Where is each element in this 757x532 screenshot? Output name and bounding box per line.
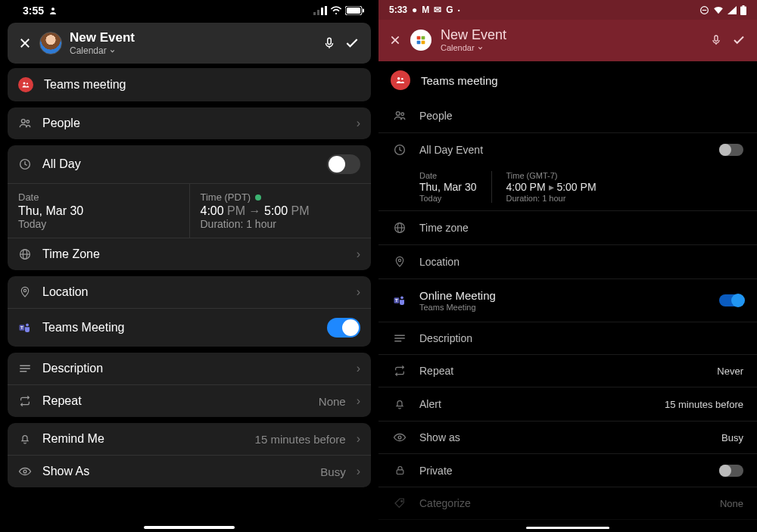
signal-icon [727,6,737,14]
tag-icon [392,497,407,509]
svg-point-17 [23,289,26,291]
timezone-row[interactable]: Time Zone › [8,238,371,270]
ios-header: New Event Calendar [8,23,371,64]
location-pin-icon [392,255,407,269]
people-icon [392,109,407,123]
repeat-icon [392,365,407,377]
svg-point-11 [26,82,28,84]
svg-point-43 [401,500,403,502]
svg-rect-3 [321,8,323,15]
svg-point-37 [398,259,400,261]
date-picker[interactable]: Date Thu, Mar 30 Today [419,171,476,203]
clock-icon [18,157,32,171]
date-picker[interactable]: Date Thu, Mar 30 Today [8,184,189,238]
close-icon[interactable] [389,34,401,46]
header-title: New Event [441,27,701,43]
location-row[interactable]: Location [378,245,757,279]
private-row: Private [378,454,757,487]
show-as-row[interactable]: Show As Busy › [8,455,371,487]
svg-point-13 [26,120,30,123]
location-row[interactable]: Location › [8,276,371,308]
dot-icon: ● [412,5,417,15]
avatar[interactable] [39,32,62,54]
chevron-right-icon: › [357,362,360,375]
description-icon [18,363,32,374]
chevron-right-icon: › [357,465,360,478]
all-day-toggle[interactable] [719,144,743,156]
svg-point-21 [23,470,26,473]
svg-point-41 [398,436,401,439]
timezone-row[interactable]: Time zone [378,211,757,245]
teams-meeting-button[interactable]: Teams meeting [8,68,371,101]
svg-rect-42 [397,470,403,474]
svg-rect-23 [740,6,746,15]
all-day-toggle[interactable] [327,154,360,174]
chevron-down-icon [109,48,116,54]
description-row[interactable]: Description › [8,353,371,384]
message-icon: ✉ [434,5,441,15]
teams-meeting-button[interactable]: Teams meeting [378,61,757,99]
bell-icon [392,397,407,411]
repeat-row[interactable]: Repeat None › [8,384,371,417]
svg-rect-8 [363,9,364,13]
svg-rect-4 [325,6,327,15]
checkmark-icon[interactable] [731,33,746,47]
chevron-down-icon [477,45,484,51]
svg-text:T: T [395,298,398,303]
teams-meeting-toggle[interactable] [327,318,360,338]
ms-teams-icon: T [18,321,32,334]
chevron-right-icon: › [357,285,360,299]
home-indicator[interactable] [144,526,235,529]
alert-row[interactable]: Alert 15 minutes before [378,387,757,422]
ios-statusbar: 3:55 [0,0,378,18]
office-app-icon[interactable] [410,30,431,51]
eye-icon [18,466,32,477]
ms-teams-icon: T [392,294,407,307]
svg-point-5 [335,13,337,14]
dnd-icon [699,5,709,15]
time-picker[interactable]: Time (GMT-7) 4:00 PM ▸ 5:00 PM Duration:… [491,171,596,203]
description-row[interactable]: Description [378,322,757,355]
globe-icon [392,221,407,235]
person-icon [48,6,58,15]
svg-point-10 [23,82,26,85]
svg-rect-27 [417,40,421,44]
checkmark-icon[interactable] [344,36,360,51]
svg-point-0 [51,8,55,11]
signal-icon [313,6,327,15]
online-meeting-row: T Online Meeting Teams Meeting [378,279,757,322]
mic-icon[interactable] [322,36,336,51]
all-day-row[interactable]: All Day Event [378,133,757,166]
calendar-selector[interactable]: Calendar [441,43,701,52]
svg-point-32 [396,112,400,116]
all-day-row[interactable]: All Day [8,145,371,183]
online-meeting-toggle[interactable] [719,294,743,306]
android-header: New Event Calendar [378,20,757,61]
timezone-status-icon [255,194,261,201]
repeat-row[interactable]: Repeat Never [378,355,757,387]
svg-text:T: T [20,325,23,330]
time-picker[interactable]: Time (PDT) 4:00 PM → 5:00 PM Duration: 1… [189,184,372,238]
gmail-icon: M [422,5,429,15]
eye-icon [392,432,407,443]
more-dot-icon: • [458,7,460,14]
svg-rect-24 [743,5,745,7]
categorize-row[interactable]: Categorize None [378,487,757,520]
mic-icon[interactable] [710,33,722,47]
private-toggle[interactable] [719,465,743,477]
people-row[interactable]: People [378,99,757,133]
home-indicator[interactable] [526,527,609,529]
svg-point-31 [401,78,403,80]
people-row[interactable]: People › [8,107,371,139]
lock-icon [392,464,407,477]
calendar-selector[interactable]: Calendar [70,45,315,56]
show-as-row[interactable]: Show as Busy [378,422,757,454]
svg-rect-7 [347,8,360,14]
svg-rect-9 [328,38,332,44]
close-icon[interactable] [18,36,32,50]
description-icon [392,333,407,344]
svg-rect-28 [422,40,425,44]
wifi-icon [713,6,724,14]
remind-row[interactable]: Remind Me 15 minutes before › [8,423,371,455]
svg-rect-29 [715,36,718,41]
